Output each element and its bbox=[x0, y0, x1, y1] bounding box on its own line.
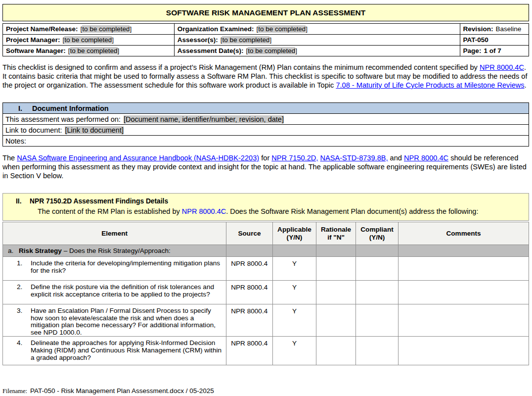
bracket: [ bbox=[68, 47, 70, 54]
performed-on-cell[interactable]: This assessment was performed on:[Docume… bbox=[3, 114, 529, 125]
group-letter: a. bbox=[8, 247, 19, 254]
info-row-2: Project Manager:[to be completed] Assess… bbox=[3, 35, 529, 46]
rationale-cell[interactable] bbox=[316, 304, 356, 337]
project-name-cell[interactable]: Project Name/Release:[to be completed] bbox=[3, 24, 175, 35]
assessor-cell[interactable]: Assessor(s):[to be completed] bbox=[174, 35, 460, 46]
item-text: Include the criteria for developing/impl… bbox=[31, 260, 226, 274]
comments-column-header: Comments bbox=[399, 222, 529, 245]
comments-cell[interactable] bbox=[399, 281, 529, 304]
header-text: Element bbox=[101, 230, 128, 237]
performed-on-field[interactable]: [Document name, identifier/number, revis… bbox=[124, 115, 284, 123]
item-text: Have an Escalation Plan / Formal Dissent… bbox=[31, 307, 226, 336]
header-text: Rationale bbox=[321, 226, 351, 233]
assessment-date-cell[interactable]: Assessment Date(s):[to be completed] bbox=[174, 46, 460, 56]
npr-7150-2d-link[interactable]: NPR 7150.2D, bbox=[271, 154, 318, 162]
applicable-cell[interactable]: Y bbox=[272, 257, 316, 281]
compliant-cell[interactable] bbox=[355, 281, 398, 304]
section2-heading-line: II.NPR 7150.2D Assessment Findings Detai… bbox=[3, 198, 525, 205]
source-cell: NPR 8000.4 bbox=[226, 281, 273, 304]
element-cell: 4.Delineate the approaches for applying … bbox=[3, 337, 226, 365]
compliant-column-header: Compliant(Y/N) bbox=[355, 222, 398, 245]
item-number: 4. bbox=[17, 340, 31, 361]
comments-cell[interactable] bbox=[399, 304, 529, 337]
applicable-cell[interactable]: Y bbox=[272, 304, 316, 337]
compliant-cell[interactable] bbox=[355, 337, 398, 365]
nasa-std-8739-link[interactable]: NASA-STD-8739.8B, bbox=[320, 154, 388, 162]
item-text: Delineate the approaches for applying Ri… bbox=[31, 340, 226, 361]
assessment-date-field[interactable]: to be completed bbox=[248, 47, 295, 54]
link-to-document-cell[interactable]: Link to document:[Link to document] bbox=[3, 125, 529, 136]
project-name-label: Project Name/Release: bbox=[6, 25, 78, 33]
filename-value: PAT-050 - Risk Management Plan Assessmen… bbox=[30, 387, 214, 395]
header-text: (Y/N) bbox=[287, 234, 303, 241]
applicable-column-header: Applicable(Y/N) bbox=[272, 222, 316, 245]
section1-heading: Document Information bbox=[32, 104, 109, 112]
group-empty-cell bbox=[226, 245, 273, 257]
assessor-field[interactable]: to be completed bbox=[222, 36, 269, 44]
nasa-handbook-link[interactable]: NASA Software Engineering and Assurance … bbox=[17, 154, 259, 162]
bracket: ] bbox=[306, 25, 308, 33]
reference-paragraph: The NASA Software Engineering and Assura… bbox=[2, 153, 529, 180]
assessment-date-label: Assessment Date(s): bbox=[177, 47, 244, 54]
header-text: Compliant bbox=[360, 226, 393, 233]
project-manager-field[interactable]: to be completed bbox=[64, 36, 112, 44]
finding-row-2: 2.Define the risk posture via the defini… bbox=[3, 281, 529, 304]
source-cell: NPR 8000.4 bbox=[226, 304, 273, 337]
section1-number: I. bbox=[18, 104, 32, 112]
project-manager-label: Project Manager: bbox=[6, 36, 60, 44]
link-to-document-field[interactable]: [Link to document] bbox=[65, 126, 124, 134]
element-column-header: Element bbox=[3, 222, 226, 245]
info-row-3: Software Manager:[to be completed] Asses… bbox=[3, 46, 529, 56]
group-empty-cell bbox=[272, 245, 316, 257]
element-cell: 1.Include the criteria for developing/im… bbox=[3, 257, 226, 281]
organization-field[interactable]: to be completed bbox=[258, 25, 306, 33]
filename-label: Filename: bbox=[2, 388, 27, 395]
rationale-cell[interactable] bbox=[316, 337, 356, 365]
finding-row-1: 1.Include the criteria for developing/im… bbox=[3, 257, 529, 281]
intro-paragraph: This checklist is designed to confirm an… bbox=[2, 63, 529, 90]
npr-8000-4c-link-3[interactable]: NPR 8000.4C bbox=[182, 207, 226, 215]
npr-8000-4c-link[interactable]: NPR 8000.4C bbox=[480, 63, 524, 71]
rationale-cell[interactable] bbox=[316, 257, 356, 281]
software-manager-field[interactable]: to be completed bbox=[70, 47, 118, 54]
notes-cell[interactable]: Notes: bbox=[3, 136, 529, 147]
applicable-cell[interactable]: Y bbox=[272, 337, 316, 365]
comments-cell[interactable] bbox=[399, 257, 529, 281]
source-cell: NPR 8000.4 bbox=[226, 337, 273, 365]
bracket: ] bbox=[269, 36, 271, 44]
header-text: Source bbox=[238, 230, 261, 237]
document-title: SOFTWARE RISK MANAGEMENT PLAN ASSESSMENT bbox=[2, 4, 529, 21]
compliant-cell[interactable] bbox=[355, 257, 398, 281]
header-text: Comments bbox=[446, 230, 481, 237]
organization-cell[interactable]: Organization Examined:[to be completed] bbox=[174, 24, 460, 35]
item-text: Define the risk posture via the definiti… bbox=[31, 284, 226, 298]
section1-row-performed-on: This assessment was performed on:[Docume… bbox=[3, 114, 529, 125]
project-manager-cell[interactable]: Project Manager:[to be completed] bbox=[3, 35, 175, 46]
comments-cell[interactable] bbox=[399, 337, 529, 365]
npr-8000-4c-link-2[interactable]: NPR 8000.4C bbox=[404, 154, 448, 162]
assessor-label: Assessor(s): bbox=[177, 36, 218, 44]
section2-number: II. bbox=[16, 198, 30, 205]
intro-text: This checklist is designed to confirm an… bbox=[2, 63, 480, 71]
reference-text: for bbox=[259, 154, 271, 162]
element-cell: 2.Define the risk posture via the defini… bbox=[3, 281, 226, 304]
section2-sub-text: . Does the Software Risk Management Plan… bbox=[226, 207, 478, 215]
reference-text: and bbox=[388, 154, 404, 162]
topic-7-08-link[interactable]: 7.08 - Maturity of Life Cycle Products a… bbox=[336, 81, 524, 89]
group-title-cell: a.Risk Strategy – Does the Risk Strategy… bbox=[3, 245, 226, 257]
applicable-cell[interactable]: Y bbox=[272, 281, 316, 304]
project-name-field[interactable]: to be completed bbox=[82, 25, 130, 33]
findings-header-row: Element Source Applicable(Y/N) Rationale… bbox=[3, 222, 529, 245]
software-manager-cell[interactable]: Software Manager:[to be completed] bbox=[3, 46, 175, 56]
revision-label: Revision: bbox=[463, 25, 493, 33]
revision-value: Baseline bbox=[495, 25, 521, 33]
header-info-table: Project Name/Release:[to be completed] O… bbox=[2, 23, 529, 56]
element-cell: 3.Have an Escalation Plan / Formal Disse… bbox=[3, 304, 226, 337]
rationale-cell[interactable] bbox=[316, 281, 356, 304]
header-text: if "N" bbox=[327, 234, 345, 241]
item-number: 3. bbox=[17, 307, 31, 336]
compliant-cell[interactable] bbox=[355, 304, 398, 337]
item-number: 2. bbox=[17, 284, 31, 298]
header-text: Applicable bbox=[277, 226, 311, 233]
section1-header: I.Document Information bbox=[3, 103, 529, 114]
